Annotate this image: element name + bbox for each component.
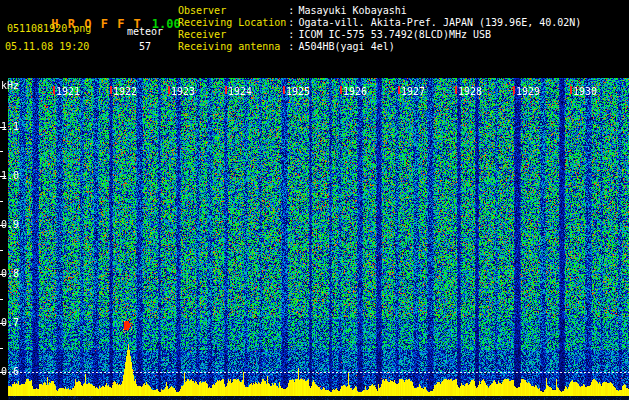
info-separator: : xyxy=(286,17,298,28)
header-info-row: Observer:Masayuki Kobayashi xyxy=(178,5,581,17)
time-label: 1929 xyxy=(516,86,540,97)
time-label: 1927 xyxy=(401,86,425,97)
info-value: Masayuki Kobayashi xyxy=(298,5,406,16)
spectrogram-canvas xyxy=(0,78,629,400)
time-label: 1924 xyxy=(228,86,252,97)
freq-label: 0.8 xyxy=(1,268,19,279)
info-label: Observer xyxy=(178,5,286,17)
info-separator: : xyxy=(286,29,298,40)
hrofft-output: H R O F F T1.00 0511081920.png meteor 05… xyxy=(0,0,629,400)
freq-label: 1.0 xyxy=(1,170,19,181)
header-info-row: Receiving Location:Ogata-vill. Akita-Pre… xyxy=(178,17,581,29)
info-separator: : xyxy=(286,41,298,52)
info-value: Ogata-vill. Akita-Pref. JAPAN (139.96E, … xyxy=(298,17,581,28)
freq-label: 0.7 xyxy=(1,317,19,328)
freq-unit-label: kHz xyxy=(1,80,19,91)
spectrogram: kHz 192119221923192419251926192719281929… xyxy=(0,78,629,400)
info-label: Receiver xyxy=(178,29,286,41)
info-label: Receiving Location xyxy=(178,17,286,29)
header-info-row: Receiver:ICOM IC-575 53.7492(8LCD)MHz US… xyxy=(178,29,581,41)
freq-label: 0.9 xyxy=(1,219,19,230)
header: H R O F F T1.00 0511081920.png meteor 05… xyxy=(0,0,629,78)
time-label: 1925 xyxy=(286,86,310,97)
output-filename: 0511081920.png xyxy=(7,23,91,34)
info-separator: : xyxy=(286,5,298,16)
meteor-counter-label: meteor xyxy=(127,26,163,37)
info-value: ICOM IC-575 53.7492(8LCD)MHz USB xyxy=(298,29,491,40)
time-label: 1921 xyxy=(56,86,80,97)
meteor-counter-value: 57 xyxy=(139,41,151,52)
info-value: A504HB(yagi 4el) xyxy=(298,41,394,52)
freq-label: 1.1 xyxy=(1,121,19,132)
time-label: 1930 xyxy=(573,86,597,97)
time-label: 1926 xyxy=(343,86,367,97)
freq-label: 0.6 xyxy=(1,366,19,377)
header-info: Observer:Masayuki KobayashiReceiving Loc… xyxy=(178,5,581,53)
time-label: 1923 xyxy=(171,86,195,97)
time-label: 1922 xyxy=(113,86,137,97)
observation-datetime: 05.11.08 19:20 xyxy=(5,41,89,52)
time-label: 1928 xyxy=(458,86,482,97)
header-info-row: Receiving antenna:A504HB(yagi 4el) xyxy=(178,41,581,53)
info-label: Receiving antenna xyxy=(178,41,286,53)
